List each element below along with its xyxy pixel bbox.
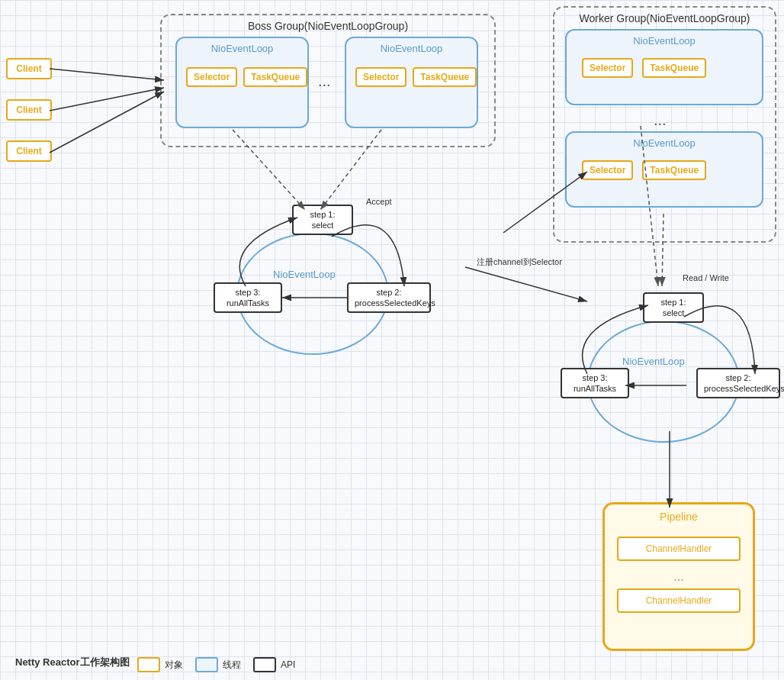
worker-loop2-container: NioEventLoop Selector TaskQueue (565, 131, 763, 208)
worker-loop1-container: NioEventLoop Selector TaskQueue (565, 29, 763, 105)
accept-label: Accept (366, 197, 392, 206)
worker-group-title: Worker Group(NioEventLoopGroup) (554, 12, 775, 24)
boss-group-title: Boss Group(NioEventLoopGroup) (162, 20, 494, 32)
boss-step3: step 3: runAllTasks (214, 282, 282, 313)
svg-line-3 (50, 88, 164, 111)
boss-taskqueue-2: TaskQueue (413, 67, 477, 87)
client-1: Client (6, 58, 52, 79)
worker-loop-label: NioEventLoop (622, 356, 685, 367)
boss-selector-2: Selector (355, 67, 406, 87)
boss-loop1-container: NioEventLoop Selector TaskQueue (175, 37, 309, 128)
legend-yellow-box (137, 657, 160, 672)
svg-line-4 (50, 92, 164, 153)
svg-line-8 (465, 267, 587, 301)
boss-loop-label: NioEventLoop (273, 269, 336, 280)
channel-handler-2: ChannelHandler (617, 588, 741, 613)
worker-taskqueue-1: TaskQueue (642, 58, 706, 78)
legend-black-box (253, 657, 276, 672)
boss-dots: ... (318, 73, 331, 90)
legend-title: Netty Reactor工作架构图 (15, 656, 130, 669)
legend-api: API (253, 657, 295, 672)
boss-group-container: Boss Group(NioEventLoopGroup) NioEventLo… (160, 14, 496, 147)
legend: 对象 线程 API (137, 657, 295, 672)
worker-step2: step 2: processSelectedKeys (696, 368, 780, 398)
legend-object: 对象 (137, 657, 183, 672)
pipeline-label: Pipeline (605, 511, 753, 523)
channel-handler-1: ChannelHandler (617, 537, 741, 561)
legend-blue-box (195, 657, 218, 672)
worker-selector-1: Selector (582, 58, 633, 78)
worker-taskqueue-2: TaskQueue (642, 160, 706, 180)
register-label: 注册channel到Selector (477, 256, 562, 268)
worker-step1: step 1: select (643, 292, 704, 323)
boss-taskqueue-1: TaskQueue (243, 67, 307, 87)
pipeline-container: Pipeline ChannelHandler ... ChannelHandl… (602, 502, 755, 651)
worker-step3: step 3: runAllTasks (561, 368, 629, 398)
pipeline-dots: ... (605, 570, 753, 584)
worker-dots: ... (654, 111, 667, 129)
legend-thread: 线程 (195, 657, 241, 672)
client-2: Client (6, 99, 52, 121)
boss-loop2-container: NioEventLoop Selector TaskQueue (345, 37, 478, 128)
readwrite-label: Read / Write (683, 273, 729, 282)
boss-step1: step 1: select (292, 205, 353, 235)
client-3: Client (6, 140, 52, 162)
boss-step2: step 2: processSelectedKeys (347, 282, 431, 313)
worker-selector-2: Selector (582, 160, 633, 180)
worker-group-container: Worker Group(NioEventLoopGroup) NioEvent… (553, 6, 776, 243)
boss-selector-1: Selector (186, 67, 237, 87)
svg-line-2 (50, 69, 164, 80)
